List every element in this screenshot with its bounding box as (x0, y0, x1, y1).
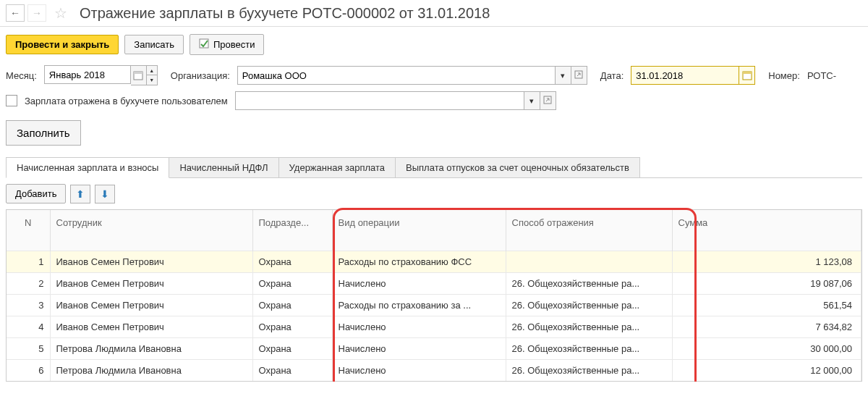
cell-operation[interactable]: Начислено (332, 337, 506, 359)
chevron-down-icon: ▾ (529, 96, 534, 106)
tab-accrued-ndfl[interactable]: Начисленный НДФЛ (169, 157, 278, 177)
user-dropdown-button[interactable]: ▾ (524, 91, 540, 110)
cell-department[interactable]: Охрана (252, 251, 332, 272)
cell-employee[interactable]: Иванов Семен Петрович (50, 316, 252, 337)
month-calendar-button[interactable] (131, 65, 147, 85)
cell-n[interactable]: 1 (7, 251, 50, 272)
calendar-icon (133, 70, 143, 80)
chevron-down-icon: ▾ (561, 71, 565, 80)
post-button[interactable]: Провести (190, 34, 265, 55)
cell-reflection[interactable]: 26. Общехозяйственные ра... (506, 316, 672, 337)
cell-employee[interactable]: Петрова Людмила Ивановна (50, 337, 252, 359)
move-down-button[interactable]: ⬇ (95, 185, 115, 203)
cell-n[interactable]: 4 (7, 316, 50, 337)
org-open-button[interactable] (571, 66, 587, 85)
number-label: Номер: (768, 70, 800, 81)
month-label: Месяц: (6, 70, 37, 81)
nav-forward-button[interactable]: → (27, 4, 46, 22)
org-label: Организация: (171, 70, 230, 81)
cell-operation[interactable]: Начислено (332, 359, 506, 381)
post-icon (199, 38, 209, 51)
post-button-label: Провести (213, 39, 255, 50)
cell-reflection[interactable]: 26. Общехозяйственные ра... (506, 294, 672, 316)
cell-employee[interactable]: Иванов Семен Петрович (50, 272, 252, 294)
tab-accrued-salary[interactable]: Начисленная зарплата и взносы (6, 157, 169, 178)
table-row[interactable]: 5Петрова Людмила ИвановнаОхранаНачислено… (7, 337, 861, 359)
col-operation-header[interactable]: Вид операции (332, 210, 506, 251)
table-row[interactable]: 1Иванов Семен ПетровичОхранаРасходы по с… (7, 251, 861, 272)
col-sum-header[interactable]: Сумма (672, 210, 861, 251)
cell-department[interactable]: Охрана (252, 272, 332, 294)
spinner-down-icon[interactable]: ▼ (147, 75, 157, 85)
cell-n[interactable]: 2 (7, 272, 50, 294)
reflected-checkbox[interactable] (6, 95, 17, 106)
fill-button[interactable]: Заполнить (6, 120, 81, 146)
cell-sum[interactable]: 19 087,06 (672, 272, 861, 294)
cell-operation[interactable]: Расходы по страхованию ФСС (332, 251, 506, 272)
cell-sum[interactable]: 7 634,82 (672, 316, 861, 337)
cell-reflection[interactable]: 26. Общехозяйственные ра... (506, 337, 672, 359)
post-and-close-button[interactable]: Провести и закрыть (6, 35, 119, 54)
cell-reflection[interactable] (506, 251, 672, 272)
tab-vacation-payments[interactable]: Выплата отпусков за счет оценочных обяза… (395, 157, 640, 177)
cell-operation[interactable]: Начислено (332, 316, 506, 337)
col-reflection-header[interactable]: Способ отражения (506, 210, 672, 251)
cell-department[interactable]: Охрана (252, 294, 332, 316)
cell-sum[interactable]: 561,54 (672, 294, 861, 316)
cell-department[interactable]: Охрана (252, 337, 332, 359)
tab-withheld-salary[interactable]: Удержанная зарплата (278, 157, 396, 177)
cell-employee[interactable]: Иванов Семен Петрович (50, 251, 252, 272)
cell-employee[interactable]: Иванов Семен Петрович (50, 294, 252, 316)
svg-rect-2 (134, 72, 142, 74)
month-input[interactable] (44, 65, 131, 84)
spinner-up-icon[interactable]: ▲ (147, 66, 157, 75)
date-label: Дата: (600, 70, 624, 81)
favorite-star-icon[interactable]: ☆ (52, 4, 69, 22)
table-row[interactable]: 3Иванов Семен ПетровичОхранаРасходы по с… (7, 294, 861, 316)
page-title: Отражение зарплаты в бухучете РОТС-00000… (80, 5, 490, 22)
user-input[interactable] (235, 91, 524, 110)
save-button[interactable]: Записать (124, 35, 184, 54)
col-employee-header[interactable]: Сотрудник (50, 210, 252, 251)
cell-reflection[interactable]: 26. Общехозяйственные ра... (506, 272, 672, 294)
data-table: N Сотрудник Подразде... Вид операции Спо… (6, 209, 862, 382)
date-input[interactable] (631, 66, 739, 85)
cell-operation[interactable]: Расходы по страхованию за ... (332, 294, 506, 316)
table-row[interactable]: 2Иванов Семен ПетровичОхранаНачислено26.… (7, 272, 861, 294)
cell-n[interactable]: 6 (7, 359, 50, 381)
col-department-header[interactable]: Подразде... (252, 210, 332, 251)
cell-n[interactable]: 5 (7, 337, 50, 359)
open-icon (574, 70, 583, 80)
cell-n[interactable]: 3 (7, 294, 50, 316)
org-input[interactable] (237, 66, 556, 85)
cell-sum[interactable]: 12 000,00 (672, 359, 861, 381)
cell-sum[interactable]: 30 000,00 (672, 337, 861, 359)
col-n-header[interactable]: N (7, 210, 50, 251)
cell-operation[interactable]: Начислено (332, 272, 506, 294)
arrow-up-icon: ⬆ (76, 188, 85, 200)
cell-sum[interactable]: 1 123,08 (672, 251, 861, 272)
number-value: РОТС- (807, 70, 836, 81)
cell-employee[interactable]: Петрова Людмила Ивановна (50, 359, 252, 381)
date-calendar-button[interactable] (739, 66, 755, 85)
month-spinner[interactable]: ▲▼ (147, 65, 158, 85)
svg-rect-5 (743, 72, 752, 74)
move-up-button[interactable]: ⬆ (70, 185, 90, 203)
arrow-down-icon: ⬇ (101, 188, 109, 200)
cell-department[interactable]: Охрана (252, 359, 332, 381)
cell-reflection[interactable]: 26. Общехозяйственные ра... (506, 359, 672, 381)
user-open-button[interactable] (540, 91, 556, 110)
reflected-checkbox-label: Зарплата отражена в бухучете пользовател… (25, 96, 228, 106)
open-icon (543, 96, 552, 106)
nav-back-button[interactable]: ← (6, 4, 25, 22)
add-row-button[interactable]: Добавить (6, 184, 66, 203)
org-dropdown-button[interactable]: ▾ (556, 66, 571, 85)
tabs: Начисленная зарплата и взносы Начисленны… (6, 157, 862, 178)
table-row[interactable]: 6Петрова Людмила ИвановнаОхранаНачислено… (7, 359, 861, 381)
calendar-icon (742, 70, 752, 80)
cell-department[interactable]: Охрана (252, 316, 332, 337)
table-row[interactable]: 4Иванов Семен ПетровичОхранаНачислено26.… (7, 316, 861, 337)
